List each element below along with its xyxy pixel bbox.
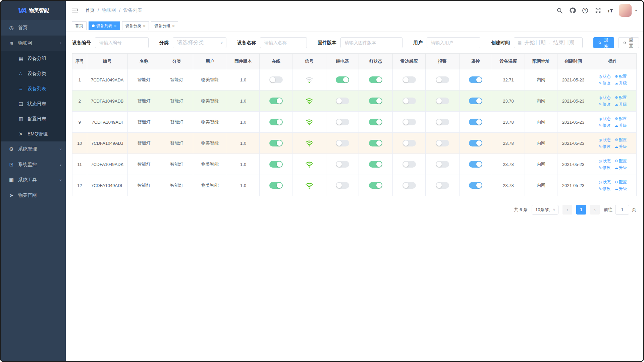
relay-toggle[interactable] [336,140,349,146]
remote-toggle[interactable] [469,119,482,125]
app-logo[interactable]: VA 物美智能 [1,1,66,20]
action-upgrade-link[interactable]: ☁升级 [614,122,627,129]
sidebar-item-emq[interactable]: ✕EMQ管理 [1,126,66,141]
tab-home[interactable]: 首页 [72,21,87,30]
sidebar-item-system-monitor[interactable]: ⊡系统监控∨ [1,157,66,172]
remote-toggle[interactable] [469,182,482,189]
filter-category-select[interactable]: 请选择分类∨ [173,37,226,48]
goto-page-input[interactable] [615,205,629,215]
sidebar-toggle-icon[interactable] [72,7,79,14]
reset-button[interactable]: 重置 [618,37,639,48]
sidebar-item-home[interactable]: ◷首页 [1,20,66,36]
relay-toggle[interactable] [336,76,349,83]
filter-device-code-input[interactable] [95,37,149,48]
sidebar-item-status-log[interactable]: ▤状态日志 [1,96,66,111]
filter-user-input[interactable] [427,37,480,48]
online-toggle[interactable] [269,98,283,104]
action-edit-link[interactable]: ✎修改 [599,143,610,150]
alarm-toggle[interactable] [436,76,449,83]
action-config-link[interactable]: ⚙配置 [615,136,627,143]
action-upgrade-link[interactable]: ☁升级 [614,80,627,86]
action-edit-link[interactable]: ✎修改 [599,122,610,129]
light-toggle[interactable] [369,98,382,104]
remote-toggle[interactable] [469,161,482,168]
breadcrumb-home[interactable]: 首页 [85,7,95,13]
sidebar-item-device-group[interactable]: ▦设备分组 [1,51,66,66]
next-page-button[interactable]: › [590,205,600,215]
sidebar-item-device-list[interactable]: ≡设备列表 [1,81,66,96]
action-config-link[interactable]: ⚙配置 [615,73,627,80]
chevron-down-icon[interactable]: ▾ [635,8,637,13]
light-toggle[interactable] [369,182,382,189]
sidebar-item-official-site[interactable]: ➤物美官网 [1,188,66,203]
alarm-toggle[interactable] [436,182,449,189]
action-upgrade-link[interactable]: ☁升级 [614,143,627,150]
relay-toggle[interactable] [336,98,349,104]
action-upgrade-link[interactable]: ☁升级 [614,185,627,192]
action-edit-link[interactable]: ✎修改 [599,101,610,108]
light-toggle[interactable] [369,161,382,168]
sidebar-item-config-log[interactable]: ▥配置日志 [1,111,66,126]
remote-toggle[interactable] [469,76,482,83]
action-status-link[interactable]: ◎状态 [599,94,611,101]
remote-toggle[interactable] [469,98,482,104]
alarm-toggle[interactable] [436,161,449,168]
current-page-button[interactable]: 1 [576,205,586,215]
relay-toggle[interactable] [336,161,349,168]
prev-page-button[interactable]: ‹ [562,205,572,215]
close-icon[interactable]: × [114,24,117,28]
radar-toggle[interactable] [402,140,416,146]
online-toggle[interactable] [269,119,283,125]
breadcrumb-iot[interactable]: 物联网 [102,7,116,13]
radar-toggle[interactable] [402,76,416,83]
online-toggle[interactable] [269,140,283,146]
close-icon[interactable]: × [143,24,146,28]
sidebar-item-system-mgmt[interactable]: ⚙系统管理∨ [1,141,66,157]
action-upgrade-link[interactable]: ☁升级 [614,101,627,108]
close-icon[interactable]: × [172,24,175,28]
alarm-toggle[interactable] [436,140,449,146]
tab-device-list[interactable]: 设备列表× [89,21,120,30]
action-config-link[interactable]: ⚙配置 [615,179,627,185]
action-status-link[interactable]: ◎状态 [599,136,611,143]
user-avatar[interactable] [619,4,632,17]
action-status-link[interactable]: ◎状态 [599,115,611,122]
sidebar-item-device-category[interactable]: ∴设备分类 [1,66,66,81]
radar-toggle[interactable] [402,98,416,104]
sidebar-item-system-tools[interactable]: ▣系统工具∨ [1,172,66,188]
action-status-link[interactable]: ◎状态 [599,158,611,164]
action-config-link[interactable]: ⚙配置 [615,94,627,101]
radar-toggle[interactable] [402,119,416,125]
filter-device-name-input[interactable] [260,37,307,48]
relay-toggle[interactable] [336,182,349,189]
online-toggle[interactable] [269,182,283,189]
relay-toggle[interactable] [336,119,349,125]
remote-toggle[interactable] [469,140,482,146]
action-upgrade-link[interactable]: ☁升级 [614,164,627,171]
font-size-icon[interactable]: ᴛT [607,8,613,13]
search-icon[interactable] [556,7,563,14]
alarm-toggle[interactable] [436,98,449,104]
filter-firmware-input[interactable] [340,37,402,48]
action-edit-link[interactable]: ✎修改 [599,164,610,171]
radar-toggle[interactable] [402,182,416,189]
github-icon[interactable] [569,7,576,14]
filter-created-daterange[interactable]: ▦开始日期-结束日期 [514,37,583,48]
search-button[interactable]: 搜索 [593,37,614,48]
action-status-link[interactable]: ◎状态 [599,73,611,80]
light-toggle[interactable] [369,76,382,83]
sidebar-item-iot[interactable]: ≋物联网∧ [1,36,66,51]
fullscreen-icon[interactable] [595,7,601,14]
page-size-select[interactable]: 10条/页 ∨ [532,205,558,215]
tab-device-category[interactable]: 设备分类× [122,21,149,30]
action-status-link[interactable]: ◎状态 [599,179,611,185]
question-icon[interactable]: ? [582,7,589,14]
action-config-link[interactable]: ⚙配置 [615,158,627,164]
light-toggle[interactable] [369,119,382,125]
light-toggle[interactable] [369,140,382,146]
radar-toggle[interactable] [402,161,416,168]
online-toggle[interactable] [269,76,283,83]
action-edit-link[interactable]: ✎修改 [599,185,610,192]
action-edit-link[interactable]: ✎修改 [599,80,610,86]
alarm-toggle[interactable] [436,119,449,125]
